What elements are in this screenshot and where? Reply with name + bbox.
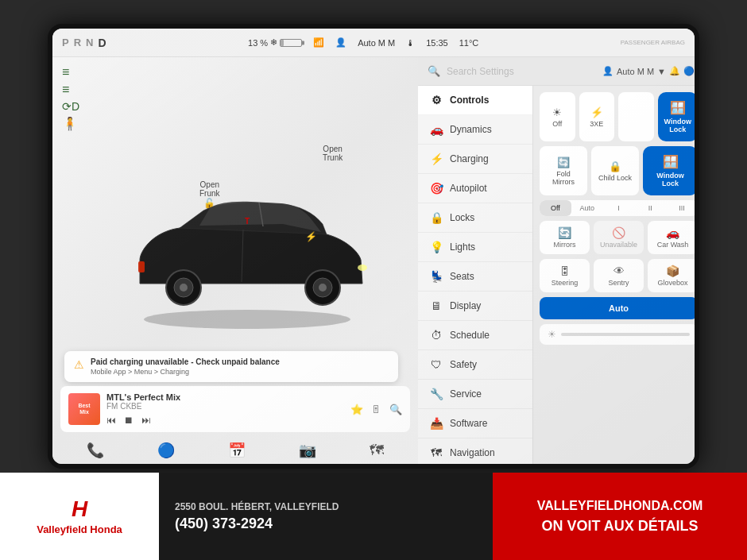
navigation-label: Navigation (450, 447, 495, 458)
music-eq-icon[interactable]: 🎚 (371, 404, 381, 415)
user-bell-icon[interactable]: 🔔 (669, 66, 680, 76)
seg-1[interactable]: I (603, 200, 635, 216)
glovebox-button[interactable]: 📦 Glovebox (648, 259, 698, 292)
tesla-car-visualization: T ⚡ (108, 188, 386, 347)
thumbnail-text: BestMix (78, 403, 90, 416)
dynamics-label: Dynamics (450, 124, 492, 135)
menu-item-dynamics[interactable]: 🚗 Dynamics (418, 115, 532, 145)
taskbar-camera-icon[interactable]: 📷 (299, 442, 316, 459)
dynamics-icon: 🚗 (429, 123, 443, 136)
prnd-display: P R N D (62, 37, 106, 49)
fold-mirrors-icon: 🔄 (546, 156, 581, 168)
music-player: BestMix MTL's Perfect Mix FM CKBE ⏮ ⏹ ⏭ … (60, 386, 410, 432)
seg-2[interactable]: II (634, 200, 666, 216)
seg-3[interactable]: III (666, 200, 698, 216)
battery-indicator: 13 % ❄ (248, 37, 302, 48)
trunk-text: OpenTrunk (323, 145, 343, 162)
car-wash-button[interactable]: 🚗 Car Wash (648, 221, 698, 254)
gear-r: R (74, 37, 81, 49)
dealer-footer: H Valleyfield Honda 2550 BOUL. HÉBERT, V… (0, 473, 747, 560)
locks-label: Locks (450, 212, 474, 223)
snowflake-icon: ❄ (270, 37, 277, 48)
music-thumbnail: BestMix (68, 393, 100, 425)
svg-text:T: T (245, 217, 250, 226)
search-user-area: 👤 Auto M M ▼ 🔔 🔵 (602, 66, 695, 76)
brightness-track[interactable] (561, 333, 690, 336)
seg-auto[interactable]: Auto (571, 200, 603, 216)
glovebox-icon: 📦 (652, 265, 693, 277)
sentry-button[interactable]: 👁 Sentry (594, 259, 644, 292)
window-lock-button[interactable]: 🪟 Window Lock (658, 92, 698, 141)
autopilot-label: Autopilot (450, 183, 487, 194)
control-row-2: 🔄 Fold Mirrors 🔒 Child Lock 🪟 Window Loc… (540, 146, 698, 195)
control-row-1: ☀ Off ⚡ 3XE 🪟 Window Lock (540, 92, 698, 141)
menu-item-software[interactable]: 📥 Software (418, 409, 532, 438)
menu-item-display[interactable]: 🖥 Display (418, 292, 532, 321)
3xe-button[interactable]: ⚡ 3XE (579, 92, 615, 141)
music-star-icon[interactable]: ⭐ (350, 404, 363, 415)
taskbar-phone-icon[interactable]: 📞 (87, 442, 104, 459)
taskbar-bluetooth-icon[interactable]: 🔵 (157, 442, 175, 459)
taskbar-calendar-icon[interactable]: 📅 (228, 442, 246, 459)
user-bluetooth-icon[interactable]: 🔵 (683, 66, 695, 76)
child-lock-button[interactable]: 🔒 Child Lock (591, 146, 639, 195)
unavailable-button: 🚫 Unavailable (594, 221, 644, 254)
brightness-row: ☀ (540, 324, 698, 345)
user-chevron-icon: ▼ (657, 67, 666, 76)
icon-btn-row-4: 🎛 Steering 👁 Sentry 📦 Glovebox (540, 259, 698, 292)
service-icon: 🔧 (429, 388, 443, 400)
passenger-airbag: PASSENGER AIRBAG (621, 39, 685, 46)
lights-label: Lights (450, 241, 475, 253)
status-user-icon: 👤 (335, 37, 346, 48)
fold-mirrors-button[interactable]: 🔄 Fold Mirrors (540, 146, 587, 195)
menu-item-navigation[interactable]: 🗺 Navigation (418, 438, 532, 468)
menu-item-lights[interactable]: 💡 Lights (418, 233, 532, 262)
search-placeholder[interactable]: Search Settings (447, 66, 596, 77)
notification-icon: ⚠ (74, 358, 84, 371)
menu-panel: ⚙ Controls 🚗 Dynamics ⚡ Charging 🎯 Autop… (418, 86, 533, 469)
search-bar: 🔍 Search Settings 👤 Auto M M ▼ 🔔 🔵 (418, 57, 699, 86)
blank-button[interactable] (618, 92, 654, 141)
svg-point-7 (319, 284, 327, 292)
notification-text: Paid charging unavailable - Check unpaid… (91, 357, 280, 376)
music-search-icon[interactable]: 🔍 (389, 404, 402, 415)
mirrors-icon: 🔄 (544, 226, 585, 239)
stop-button[interactable]: ⏹ (124, 415, 134, 426)
steering-button[interactable]: 🎛 Steering (540, 259, 590, 292)
next-button[interactable]: ⏭ (141, 415, 151, 426)
svg-point-4 (180, 284, 188, 292)
software-label: Software (450, 418, 487, 429)
dealer-center: 2550 BOUL. HÉBERT, VALLEYFIELD (450) 373… (159, 493, 493, 540)
window-lock-icon: 🪟 (664, 100, 691, 115)
window-lock-button-2[interactable]: 🪟 Window Lock (643, 146, 698, 195)
dealer-right: VALLEYFIELDHONDA.COM ON VOIT AUX DÉTAILS (493, 473, 747, 560)
open-trunk-label[interactable]: OpenTrunk (323, 145, 343, 162)
mirrors-button[interactable]: 🔄 Mirrors (540, 221, 590, 254)
schedule-icon: ⏱ (429, 329, 443, 342)
menu-item-service[interactable]: 🔧 Service (418, 380, 532, 409)
battery-bar (280, 39, 302, 47)
menu-item-autopilot[interactable]: 🎯 Autopilot (418, 174, 532, 203)
user-mode-label: Auto M M (617, 67, 654, 76)
menu-item-locks[interactable]: 🔒 Locks (418, 203, 532, 233)
headlight-icon: ≡ (62, 65, 79, 79)
honda-h-logo: H (72, 496, 87, 522)
regen-icon: ⟳D (62, 100, 79, 113)
menu-item-seats[interactable]: 💺 Seats (418, 262, 532, 292)
safety-icon: 🛡 (429, 358, 443, 371)
seg-off[interactable]: Off (540, 200, 571, 216)
sentry-icon: 👁 (598, 265, 639, 277)
status-right: PASSENGER AIRBAG (621, 39, 685, 46)
autopilot-icon: 🎯 (429, 182, 443, 195)
taskbar-maps-icon[interactable]: 🗺 (370, 442, 384, 459)
off-button[interactable]: ☀ Off (540, 92, 575, 141)
menu-item-safety[interactable]: 🛡 Safety (418, 350, 532, 380)
menu-item-controls[interactable]: ⚙ Controls (418, 86, 532, 115)
gear-p: P (62, 37, 69, 49)
menu-item-schedule[interactable]: ⏱ Schedule (418, 321, 532, 350)
menu-item-charging[interactable]: ⚡ Charging (418, 145, 532, 174)
auto-button[interactable]: Auto (540, 297, 698, 319)
music-right: ⭐ 🎚 🔍 (350, 404, 402, 415)
battery-percent: 13 % (248, 38, 268, 48)
prev-button[interactable]: ⏮ (106, 415, 116, 426)
